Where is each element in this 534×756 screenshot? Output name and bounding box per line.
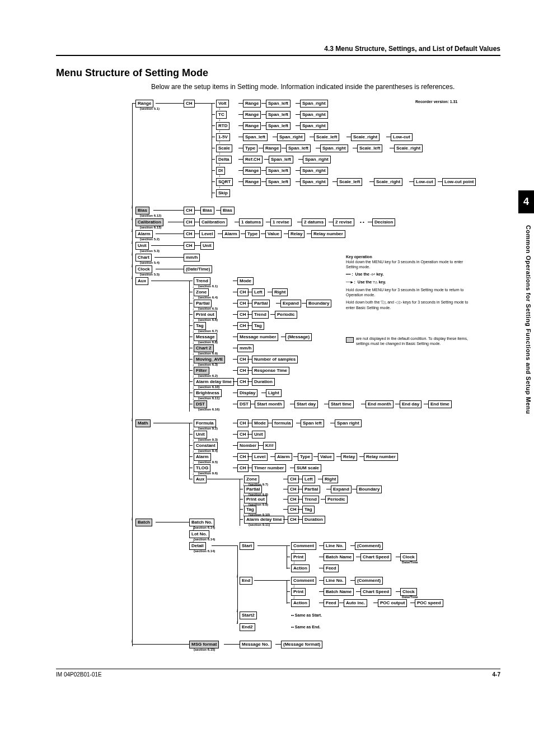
chain-item: Batch Name [324,588,354,596]
msg-fmt: (Message format) [281,641,322,648]
chain-item: K## [263,442,276,450]
sec-6-12: (section 6.12) [140,214,161,217]
menu-math: Math [135,419,151,427]
chain-item: CH [237,300,249,307]
batch-end: End [240,577,252,585]
chain-item: Span_right [300,122,328,130]
menu-chart: Chart [135,254,152,262]
menu-batch: Batch [135,519,152,526]
chain-item: Span_left [286,144,311,152]
sec-6-14a: (section 6.14) [194,526,215,529]
recorder-version: Recorder version: 1.31 [415,99,457,104]
batch-start: Start [240,542,254,550]
chain-item: Span_left [266,122,291,130]
footer-right: 4-7 [493,671,500,678]
chain-item: CH [237,419,249,427]
chain-item: Line No. [324,577,346,585]
chain-item: Calibration [199,218,227,226]
chain-item: Low-cut [391,133,413,141]
chain-item: Low-cut [414,178,435,186]
chain-item: Span_left [243,133,268,141]
chain-item: CH [237,311,249,319]
sec-6-15: (section 6.15) [194,648,215,651]
chain-item: Range [263,144,281,152]
chain-item: Partial [302,486,320,493]
chain-item: CH [237,464,249,472]
sec-5-4: (section 5.4) [140,261,160,264]
aux-item: DST [194,400,207,408]
chain-item: Alarm [275,453,292,461]
chain-item: Left [302,475,315,483]
chain-item: Mode [252,419,268,427]
sec-6-14b: (section 6.14) [194,538,215,541]
chain-item: CH [237,453,249,461]
menu-bias: Bias [135,207,149,214]
menu-calibration: Calibration [135,218,163,226]
chain-item: Chart Speed [360,553,391,561]
chain-item: POC speed [415,599,443,607]
chain-item: Scale_right [394,144,423,152]
math-aux-item: Partial [244,486,262,493]
chain-item: Response Time [252,367,289,375]
chain-item: Level [252,453,268,461]
chain-item: Relay [288,230,305,238]
menu-clock: Clock [135,265,152,273]
batch-detail: Detail [189,542,206,550]
chain-item: Feed [324,564,339,572]
chain-item: CH [288,506,299,514]
chain-item: Range [243,178,261,186]
page-title: Menu Structure of Setting Mode [56,67,500,79]
chain-item: Span_right [300,111,328,119]
chain-item: Span_left [266,111,291,119]
batch-start2: Start2 [240,612,257,619]
aux-item: Brightness [194,389,222,397]
chain-item: End day [400,400,421,408]
sec-5-1: (section 5.1) [140,107,160,110]
unit-unit: Unit [200,242,214,250]
chain-item: Type [298,453,312,461]
chain-item: Range [243,100,261,108]
legend-text: are not displayed in the default conditi… [356,336,477,346]
chain-item: Chart Speed [360,588,391,596]
aux-item: Moving_AVE [194,356,225,363]
sec-5-3: (section 5.3) [140,249,160,253]
sec-5-5: (section 5.5) [140,273,160,276]
sec-6-13: (section 6.13) [140,226,161,229]
chain-item: Relay number [364,453,398,461]
aux-item: Alarm delay time [194,378,234,386]
chain-item: CH [288,496,299,503]
legend-swatch [346,337,354,343]
chain-item: CH [237,431,249,438]
intro-text: Below are the setup items in Setting mod… [151,82,500,92]
chain-item: Start time [329,400,354,408]
math-item: Formula [194,419,216,427]
bias-bias1: Bias [200,207,214,214]
chain-item: Mode [237,277,254,285]
chain-item: Partial [252,300,270,307]
chain-item: (Comment) [355,577,383,585]
chain-item: Expand [331,486,352,493]
chain-item: Span_right [320,144,348,152]
math-item: Aux [194,475,207,483]
batch-no: Batch No. [189,519,214,526]
chain-item: Auto inc. [344,599,367,607]
math-aux-item: Tag [244,506,256,514]
math-item: Constant [194,442,218,450]
chain-item: Timer number [252,464,286,472]
chain-item: Clock [400,553,417,561]
chain-item: Number of samples [252,356,298,363]
chain-item: Message number [237,333,278,341]
msg-format: MSG format [189,641,219,648]
footer-left: IM 04P02B01-01E [56,671,102,678]
bias-bias2: Bias [221,207,235,214]
chain-item: Span left [301,419,324,427]
chain-item: CH [288,486,299,493]
chain-item: Clock [400,588,417,596]
key-operation: Key operation Hold down the MENU key for… [346,254,475,310]
chain-item: 1 datums [239,218,263,226]
aux-item: Print out [194,311,217,319]
aux-item: Partial [194,300,212,307]
unit-ch: CH [184,242,195,250]
chain-item: Span_left [269,156,293,164]
chain-item: POC output [378,599,407,607]
